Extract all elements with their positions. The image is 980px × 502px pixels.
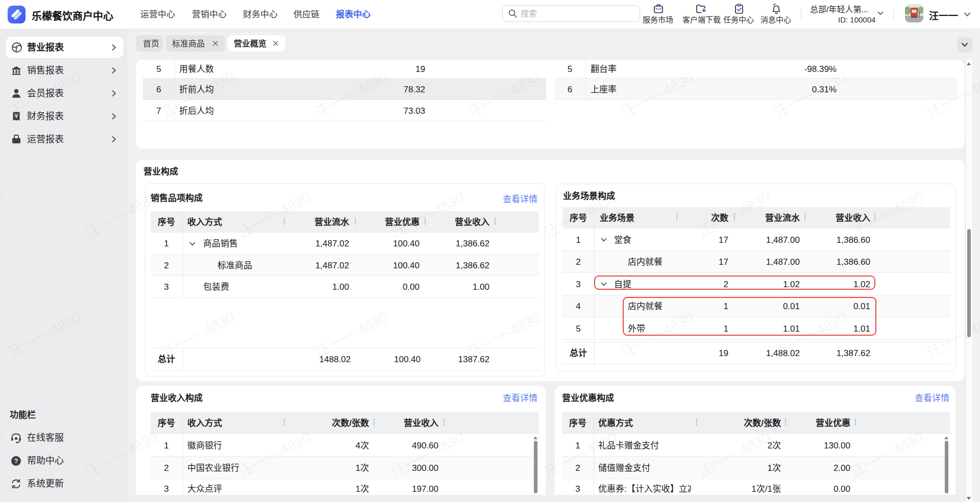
svg-text:?: ?	[14, 457, 18, 465]
